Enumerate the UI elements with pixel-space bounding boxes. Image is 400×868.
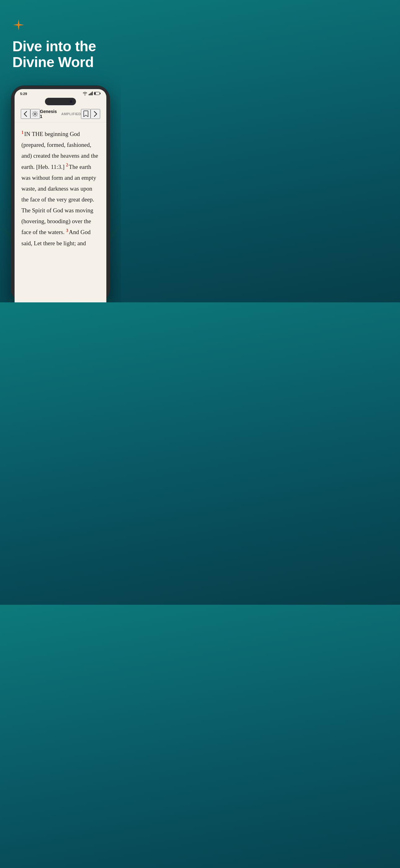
settings-button[interactable]: [30, 109, 40, 119]
status-bar: 5:29: [14, 89, 106, 97]
nav-book-info: Genesis 1 AMPLIFIED: [40, 109, 81, 119]
bible-text-body: 1IN THE beginning God (prepared, formed,…: [22, 128, 100, 249]
svg-rect-2: [89, 94, 90, 95]
svg-rect-8: [95, 93, 96, 95]
nav-version: AMPLIFIED: [61, 112, 81, 116]
svg-rect-7: [100, 93, 101, 94]
main-headline: Dive into the Divine Word: [12, 38, 108, 70]
bible-nav-bar: Genesis 1 AMPLIFIED: [14, 106, 106, 122]
bookmark-button[interactable]: [81, 109, 91, 119]
status-time: 5:29: [20, 92, 27, 96]
bible-content: 1IN THE beginning God (prepared, formed,…: [14, 122, 106, 302]
verse-3-number: 3: [66, 228, 68, 233]
back-button[interactable]: [21, 109, 30, 119]
header-area: Dive into the Divine Word: [0, 0, 121, 79]
wifi-icon: [83, 92, 87, 96]
status-icons: [83, 92, 101, 96]
forward-button[interactable]: [91, 109, 100, 119]
spark-icon: [12, 19, 25, 31]
dynamic-island: [45, 98, 76, 105]
nav-book-title: Genesis 1: [40, 109, 59, 119]
signal-icon: [88, 92, 93, 96]
verse-2-number: 2: [66, 163, 68, 167]
page-wrapper: Dive into the Divine Word 5:29: [0, 0, 121, 302]
svg-rect-3: [90, 93, 91, 96]
phone-container: 5:29: [0, 79, 121, 302]
svg-point-9: [34, 113, 36, 115]
svg-rect-5: [92, 92, 93, 95]
battery-icon: [94, 92, 101, 96]
verse-1-number: 1: [22, 130, 24, 135]
phone-frame: 5:29: [11, 85, 110, 302]
verse-2-text: The earth was without form and an empty …: [22, 164, 96, 236]
notch-area: [14, 97, 106, 106]
svg-rect-4: [91, 93, 92, 95]
